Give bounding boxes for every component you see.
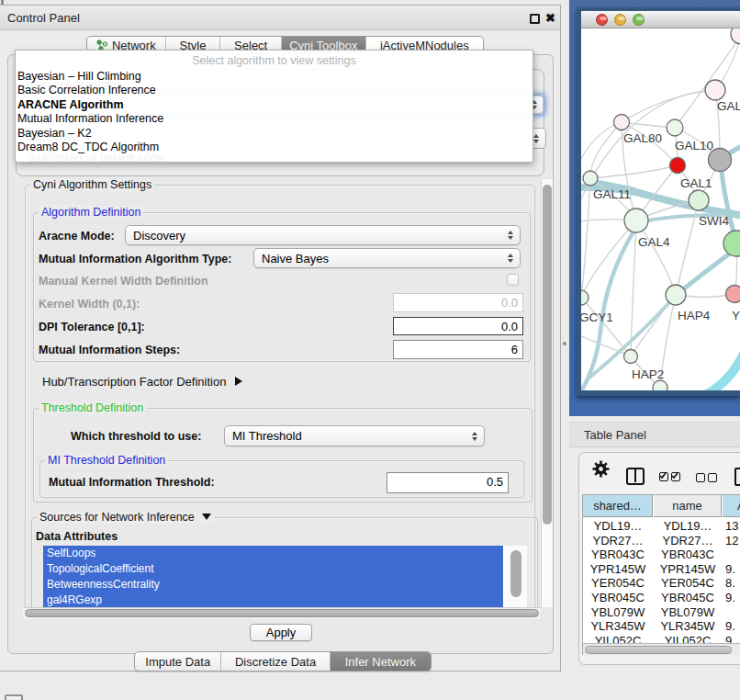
close-icon[interactable]: ✖ bbox=[545, 11, 555, 25]
which-threshold-combobox[interactable]: MI Threshold bbox=[224, 425, 485, 446]
list-scrollbar-thumb[interactable] bbox=[510, 550, 521, 597]
attribute-item[interactable]: TopologicalCoefficient bbox=[43, 561, 503, 577]
kernel-width-label: Kernel Width (0,1): bbox=[39, 298, 140, 310]
algorithm-option[interactable]: Bayesian – K2 bbox=[17, 127, 532, 141]
network-edge[interactable] bbox=[622, 90, 715, 122]
dpi-tolerance-field[interactable]: 0.0 bbox=[393, 317, 523, 335]
select-all-icon[interactable] bbox=[659, 472, 668, 481]
table-cell[interactable]: 13 bbox=[725, 519, 740, 533]
network-node[interactable] bbox=[726, 286, 740, 303]
tab-infer-network[interactable]: Infer Network bbox=[331, 652, 431, 671]
select-all-icon2[interactable] bbox=[671, 472, 680, 481]
document-icon[interactable] bbox=[734, 468, 740, 486]
network-edge[interactable] bbox=[581, 332, 631, 356]
deselect-all-icon[interactable] bbox=[696, 473, 705, 482]
mi-algorithm-type-combobox[interactable]: Naive Bayes bbox=[253, 248, 521, 268]
network-node[interactable] bbox=[705, 80, 725, 100]
table-cell[interactable]: YBR045C bbox=[583, 591, 653, 604]
tab-discretize-data[interactable]: Discretize Data bbox=[221, 652, 330, 671]
network-node[interactable] bbox=[614, 115, 630, 130]
settings-vertical-thumb[interactable] bbox=[543, 185, 552, 525]
table-cell[interactable]: YBR045C bbox=[654, 591, 722, 604]
network-window-titlebar[interactable] bbox=[581, 11, 740, 28]
table-cell[interactable]: YBL079W bbox=[654, 605, 722, 619]
network-edge[interactable] bbox=[678, 249, 735, 294]
network-node[interactable] bbox=[709, 149, 732, 172]
kernel-width-field[interactable]: 0.0 bbox=[393, 293, 523, 312]
table-cell[interactable]: YBR043C bbox=[583, 548, 653, 561]
deselect-all-icon2[interactable] bbox=[708, 473, 717, 482]
column-header-shared-name[interactable]: shared… bbox=[583, 495, 653, 517]
split-view-icon[interactable] bbox=[626, 468, 645, 485]
network-edge[interactable] bbox=[703, 347, 740, 390]
sources-title-wrap[interactable]: Sources for Network Inference bbox=[37, 511, 214, 524]
aracne-mode-combobox[interactable]: Discovery bbox=[125, 225, 521, 245]
network-edge[interactable] bbox=[636, 220, 676, 295]
mi-threshold-group: MI Threshold Definition Mutual Informati… bbox=[39, 460, 524, 498]
table-cell[interactable]: 9. bbox=[725, 591, 740, 604]
tab-impute-data[interactable]: Impute Data bbox=[135, 652, 221, 671]
close-traffic-light[interactable] bbox=[596, 14, 608, 26]
table-cell[interactable]: YIL052C bbox=[654, 634, 722, 643]
network-edge[interactable] bbox=[590, 165, 678, 178]
data-attributes-list[interactable]: SelfLoopsTopologicalCoefficientBetweenne… bbox=[43, 546, 527, 607]
node-label: SWI4 bbox=[699, 214, 729, 228]
network-node[interactable] bbox=[670, 158, 686, 174]
network-node[interactable] bbox=[723, 231, 740, 256]
table-horizontal-scrollbar[interactable] bbox=[583, 643, 740, 655]
column-header-third[interactable]: A bbox=[723, 495, 740, 517]
network-node[interactable] bbox=[583, 171, 598, 186]
table-cell[interactable]: YDR27… bbox=[654, 534, 722, 548]
node-label: HAP4 bbox=[678, 309, 711, 322]
network-node[interactable] bbox=[624, 350, 638, 364]
apply-button[interactable]: Apply bbox=[250, 624, 312, 641]
mi-steps-field[interactable]: 6 bbox=[393, 340, 523, 359]
table-cell[interactable]: YDL19… bbox=[583, 519, 653, 533]
gear-icon[interactable] bbox=[592, 460, 610, 481]
split-pane-handle[interactable] bbox=[563, 342, 566, 345]
network-canvas[interactable]: GALGAL80GAL10GAL1GAL11GAL4SWI4GCY1HAP4YH… bbox=[581, 28, 740, 390]
mi-threshold-field[interactable]: 0.5 bbox=[387, 472, 509, 493]
table-cell[interactable]: YBR043C bbox=[654, 548, 722, 561]
attribute-item[interactable]: gal4RGexp bbox=[43, 593, 503, 607]
network-node[interactable] bbox=[653, 380, 667, 390]
table-cell[interactable]: 8. bbox=[725, 576, 740, 590]
bottom-left-button[interactable] bbox=[5, 694, 23, 700]
table-cell[interactable]: YER054C bbox=[654, 576, 722, 590]
network-node[interactable] bbox=[667, 119, 683, 136]
list-scrollbar[interactable] bbox=[507, 546, 527, 607]
table-cell[interactable]: 12 bbox=[725, 534, 740, 548]
zoom-traffic-light[interactable] bbox=[633, 14, 645, 26]
minimize-traffic-light[interactable] bbox=[614, 14, 626, 26]
algorithm-option[interactable]: ARACNE Algorithm bbox=[17, 98, 532, 112]
manual-kernel-width-checkbox[interactable] bbox=[507, 274, 519, 286]
attribute-item[interactable]: SelfLoops bbox=[43, 546, 503, 561]
attribute-item[interactable]: BetweennessCentrality bbox=[43, 577, 503, 593]
table-cell[interactable]: YPR145W bbox=[654, 562, 722, 576]
table-cell[interactable]: YLR345W bbox=[654, 619, 722, 633]
table-horizontal-thumb[interactable] bbox=[585, 646, 732, 654]
table-cell[interactable]: 9. bbox=[725, 619, 740, 633]
network-node[interactable] bbox=[581, 290, 589, 305]
table-cell[interactable]: YBL079W bbox=[583, 605, 653, 619]
settings-horizontal-thumb[interactable] bbox=[25, 609, 539, 617]
network-edge[interactable] bbox=[675, 36, 740, 128]
network-node[interactable] bbox=[624, 209, 648, 232]
network-node[interactable] bbox=[666, 285, 686, 305]
table-cell[interactable]: YDR27… bbox=[583, 534, 653, 548]
table-cell[interactable]: YLR345W bbox=[583, 619, 653, 633]
table-cell[interactable]: YPR145W bbox=[583, 562, 653, 576]
table-cell[interactable]: 9. bbox=[725, 562, 740, 576]
network-graph: GALGAL80GAL10GAL1GAL11GAL4SWI4GCY1HAP4YH… bbox=[581, 28, 740, 390]
network-node[interactable] bbox=[689, 190, 709, 210]
table-cell[interactable]: 9. bbox=[725, 634, 740, 643]
control-panel-titlebar[interactable]: Control Panel ✖ bbox=[0, 6, 560, 30]
float-window-icon[interactable] bbox=[530, 14, 540, 24]
hub-definition-toggle[interactable]: Hub/Transcription Factor Definition bbox=[42, 375, 242, 389]
network-node[interactable] bbox=[731, 28, 740, 44]
algorithm-option[interactable]: Mutual Information Inference bbox=[17, 112, 532, 126]
table-cell[interactable]: YER054C bbox=[583, 576, 653, 590]
column-header-name[interactable]: name bbox=[654, 495, 722, 517]
table-cell[interactable]: YDL19… bbox=[654, 519, 722, 533]
table-cell[interactable]: YIL052C bbox=[583, 634, 653, 643]
